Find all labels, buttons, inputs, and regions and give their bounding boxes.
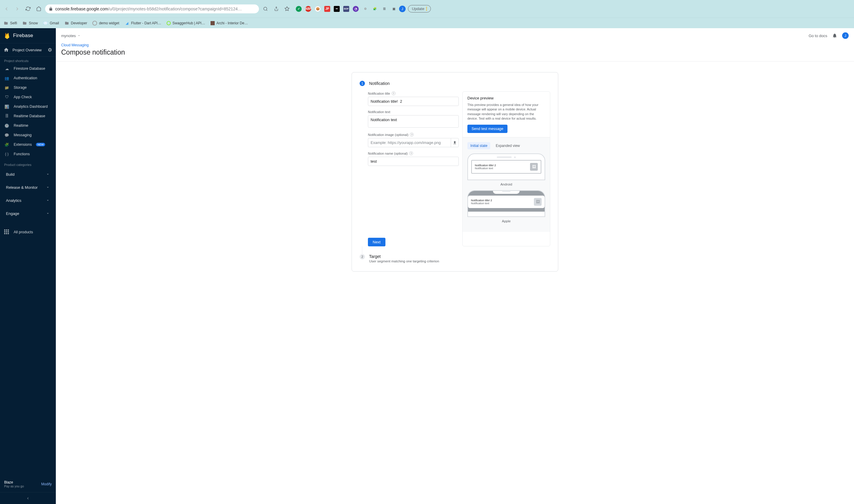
- project-overview[interactable]: Project Overview: [0, 43, 56, 56]
- swagger-icon: [166, 21, 171, 25]
- nav-functions[interactable]: (·)Functions: [0, 149, 56, 159]
- firebase-flame-icon: [4, 32, 10, 39]
- nav-storage[interactable]: 📁Storage: [0, 83, 56, 92]
- bookmark-flutter[interactable]: ◢Flutter - Dart API…: [124, 21, 161, 25]
- preview-header-label: Device preview: [467, 96, 545, 100]
- reload-button[interactable]: [24, 5, 32, 13]
- android-label: Android: [467, 182, 545, 186]
- ext-icon-4[interactable]: JP: [324, 6, 330, 12]
- chevron-down-icon: [46, 198, 50, 202]
- chevron-down-icon: [46, 185, 50, 190]
- bookmark-developer[interactable]: Developer: [65, 21, 87, 25]
- functions-icon: (·): [4, 151, 10, 157]
- image-label: Notification image (optional)?: [368, 133, 459, 137]
- site-icon: [211, 21, 215, 25]
- help-icon[interactable]: ?: [410, 133, 414, 137]
- preview-description: This preview provides a general idea of …: [467, 103, 545, 121]
- bookmark-swagger[interactable]: SwaggerHub | API…: [166, 21, 205, 25]
- step-2-subtitle: User segment matching one targeting crit…: [369, 259, 439, 263]
- notification-title-input[interactable]: [368, 97, 459, 106]
- sidepanel-icon[interactable]: ▣: [391, 6, 397, 12]
- nav-analytics-dashboard[interactable]: 📊Analytics Dashboard: [0, 102, 56, 111]
- help-icon[interactable]: ?: [409, 151, 413, 155]
- ext-icon-7[interactable]: ◔: [353, 6, 359, 12]
- upload-button[interactable]: [451, 138, 459, 147]
- ext-icon-1[interactable]: ✓: [296, 6, 302, 12]
- next-button[interactable]: Next: [368, 238, 386, 246]
- apple-preview: Notification title! 2 Notification text …: [467, 190, 545, 217]
- category-engage[interactable]: Engage: [2, 208, 54, 219]
- home-button[interactable]: [34, 5, 43, 13]
- title-label: Notification title?: [368, 91, 459, 95]
- notification-text-input[interactable]: Notification text: [368, 115, 459, 128]
- ext-icon-8[interactable]: ⚙: [362, 6, 368, 12]
- page-title: Compose notification: [61, 48, 849, 56]
- bookmark-gmail[interactable]: ✉️Gmail: [43, 21, 59, 25]
- step-2-number: 2: [360, 254, 365, 259]
- compose-card: 1 Notification Notification title? Notif…: [352, 72, 558, 272]
- bookmark-snow[interactable]: Snow: [22, 21, 38, 25]
- extension-icons: ✓ ABP 🍪 JP •• SOF ◔ ⚙ 🧩 ☰ ▣: [296, 6, 397, 12]
- ext-icon-3[interactable]: 🍪: [315, 6, 321, 12]
- reading-list-icon[interactable]: ☰: [381, 6, 387, 12]
- sidebar: Firebase Project Overview Project shortc…: [0, 28, 56, 504]
- step-1-title: Notification: [369, 81, 390, 86]
- step-2-header[interactable]: 2 Target User segment matching one targe…: [352, 254, 558, 263]
- folder-icon: 📁: [4, 85, 10, 90]
- tab-initial-state[interactable]: Initial state: [467, 142, 490, 149]
- layers-icon: ☁: [4, 66, 10, 71]
- collapse-sidebar-button[interactable]: [0, 492, 56, 504]
- brand-label: Firebase: [13, 33, 33, 39]
- nav-firestore[interactable]: ☁Firestore Database: [0, 64, 56, 73]
- category-analytics[interactable]: Analytics: [2, 194, 54, 206]
- notification-name-input[interactable]: [368, 157, 459, 166]
- message-icon: 💬: [4, 132, 10, 138]
- star-icon[interactable]: [283, 5, 291, 13]
- ext-icon-6[interactable]: SOF: [343, 6, 349, 12]
- profile-avatar[interactable]: J: [399, 6, 406, 12]
- lock-icon: [49, 7, 53, 11]
- user-avatar[interactable]: J: [842, 32, 849, 39]
- preview-notif-title: Notification title! 2: [475, 164, 496, 167]
- notifications-icon[interactable]: [832, 33, 837, 38]
- bookmark-selfi[interactable]: Selfi: [3, 21, 17, 25]
- project-selector[interactable]: mynotes: [61, 34, 81, 38]
- address-bar[interactable]: console.firebase.google.com/u/0/project/…: [45, 4, 259, 13]
- all-products[interactable]: All products: [0, 226, 56, 238]
- database-icon: 🗄: [4, 113, 10, 119]
- nav-realtime[interactable]: 🕐Realtime: [0, 121, 56, 130]
- breadcrumb[interactable]: Cloud Messaging: [61, 43, 849, 47]
- folder-icon: [65, 21, 69, 25]
- nav-extensions[interactable]: 🧩ExtensionsNEW: [0, 140, 56, 149]
- forward-button[interactable]: [13, 5, 21, 13]
- people-icon: 👥: [4, 75, 10, 81]
- url-text: console.firebase.google.com/u/0/project/…: [55, 6, 255, 11]
- extensions-icon[interactable]: 🧩: [372, 6, 378, 12]
- nav-realtime-db[interactable]: 🗄Realtime Database: [0, 111, 56, 121]
- tab-expanded-view[interactable]: Expanded view: [493, 142, 522, 149]
- send-test-button[interactable]: Send test message: [467, 125, 508, 133]
- category-release[interactable]: Release & Monitor: [2, 181, 54, 193]
- clock-icon: 🕐: [4, 123, 10, 128]
- modify-plan-button[interactable]: Modify: [41, 482, 52, 486]
- share-icon[interactable]: [272, 5, 280, 13]
- ext-icon-5[interactable]: ••: [334, 6, 340, 12]
- nav-authentication[interactable]: 👥Authentication: [0, 73, 56, 83]
- category-build[interactable]: Build: [2, 168, 54, 180]
- bookmark-demo-widget[interactable]: demo widget: [92, 21, 119, 25]
- gmail-icon: ✉️: [43, 21, 48, 25]
- nav-messaging[interactable]: 💬Messaging: [0, 130, 56, 140]
- zoom-icon[interactable]: [261, 5, 270, 13]
- folder-icon: [3, 21, 8, 25]
- nav-appcheck[interactable]: 🛡App Check: [0, 92, 56, 102]
- notification-image-input[interactable]: [368, 138, 451, 147]
- bookmark-archi[interactable]: Archi - Interior De…: [211, 21, 248, 25]
- firebase-logo-row[interactable]: Firebase: [0, 28, 56, 43]
- help-icon[interactable]: ?: [392, 91, 395, 95]
- back-button[interactable]: [2, 5, 11, 13]
- go-to-docs-link[interactable]: Go to docs: [808, 34, 827, 38]
- gear-icon[interactable]: [48, 48, 52, 52]
- ext-icon-2[interactable]: ABP: [305, 6, 311, 12]
- update-button[interactable]: Update: [408, 5, 431, 13]
- preview-notif-text: Notification text: [475, 167, 496, 170]
